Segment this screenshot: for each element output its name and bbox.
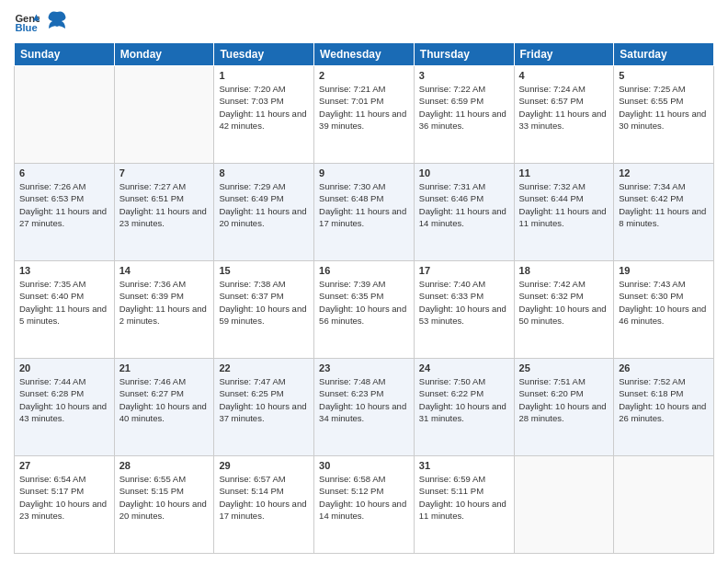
day-info: Sunrise: 7:29 AMSunset: 6:49 PMDaylight:… bbox=[219, 180, 309, 229]
day-number: 23 bbox=[319, 362, 409, 373]
calendar-cell: 21Sunrise: 7:46 AMSunset: 6:27 PMDayligh… bbox=[114, 359, 214, 456]
week-row-2: 6Sunrise: 7:26 AMSunset: 6:53 PMDaylight… bbox=[15, 164, 714, 261]
day-info: Sunrise: 7:34 AMSunset: 6:42 PMDaylight:… bbox=[619, 180, 709, 229]
day-info: Sunrise: 7:32 AMSunset: 6:44 PMDaylight:… bbox=[519, 180, 609, 229]
day-number: 1 bbox=[219, 70, 309, 81]
calendar-cell: 2Sunrise: 7:21 AMSunset: 7:01 PMDaylight… bbox=[314, 66, 415, 164]
calendar-cell: 11Sunrise: 7:32 AMSunset: 6:44 PMDayligh… bbox=[514, 164, 614, 261]
calendar-cell: 20Sunrise: 7:44 AMSunset: 6:28 PMDayligh… bbox=[15, 359, 115, 456]
calendar-cell: 4Sunrise: 7:24 AMSunset: 6:57 PMDaylight… bbox=[514, 66, 614, 164]
day-info: Sunrise: 7:52 AMSunset: 6:18 PMDaylight:… bbox=[619, 375, 709, 424]
day-number: 24 bbox=[419, 362, 509, 373]
weekday-header-row: SundayMondayTuesdayWednesdayThursdayFrid… bbox=[15, 43, 714, 66]
calendar-cell: 17Sunrise: 7:40 AMSunset: 6:33 PMDayligh… bbox=[414, 261, 514, 359]
day-number: 18 bbox=[519, 265, 609, 276]
day-info: Sunrise: 7:25 AMSunset: 6:55 PMDaylight:… bbox=[619, 83, 709, 132]
weekday-header-friday: Friday bbox=[514, 43, 614, 66]
day-number: 31 bbox=[419, 460, 509, 471]
day-number: 22 bbox=[219, 362, 309, 373]
week-row-1: 1Sunrise: 7:20 AMSunset: 7:03 PMDaylight… bbox=[15, 66, 714, 164]
calendar-cell: 14Sunrise: 7:36 AMSunset: 6:39 PMDayligh… bbox=[114, 261, 214, 359]
day-info: Sunrise: 7:46 AMSunset: 6:27 PMDaylight:… bbox=[119, 375, 210, 424]
calendar-cell: 31Sunrise: 6:59 AMSunset: 5:11 PMDayligh… bbox=[414, 456, 514, 554]
day-info: Sunrise: 6:59 AMSunset: 5:11 PMDaylight:… bbox=[419, 473, 509, 522]
day-number: 19 bbox=[619, 265, 709, 276]
weekday-header-saturday: Saturday bbox=[614, 43, 714, 66]
weekday-header-tuesday: Tuesday bbox=[214, 43, 314, 66]
day-info: Sunrise: 7:47 AMSunset: 6:25 PMDaylight:… bbox=[219, 375, 309, 424]
day-number: 14 bbox=[119, 265, 210, 276]
calendar-cell: 15Sunrise: 7:38 AMSunset: 6:37 PMDayligh… bbox=[214, 261, 314, 359]
day-info: Sunrise: 6:54 AMSunset: 5:17 PMDaylight:… bbox=[19, 473, 109, 522]
day-info: Sunrise: 7:51 AMSunset: 6:20 PMDaylight:… bbox=[519, 375, 609, 424]
calendar-cell: 23Sunrise: 7:48 AMSunset: 6:23 PMDayligh… bbox=[314, 359, 415, 456]
day-number: 2 bbox=[319, 70, 409, 81]
day-number: 11 bbox=[519, 167, 609, 178]
day-info: Sunrise: 7:48 AMSunset: 6:23 PMDaylight:… bbox=[319, 375, 409, 424]
calendar-cell: 28Sunrise: 6:55 AMSunset: 5:15 PMDayligh… bbox=[114, 456, 214, 554]
calendar-cell: 7Sunrise: 7:27 AMSunset: 6:51 PMDaylight… bbox=[114, 164, 214, 261]
day-info: Sunrise: 7:40 AMSunset: 6:33 PMDaylight:… bbox=[419, 278, 509, 327]
day-info: Sunrise: 7:22 AMSunset: 6:59 PMDaylight:… bbox=[419, 83, 509, 132]
calendar-table: SundayMondayTuesdayWednesdayThursdayFrid… bbox=[14, 42, 714, 554]
day-number: 3 bbox=[419, 70, 509, 81]
day-info: Sunrise: 7:44 AMSunset: 6:28 PMDaylight:… bbox=[19, 375, 109, 424]
calendar-cell: 26Sunrise: 7:52 AMSunset: 6:18 PMDayligh… bbox=[614, 359, 714, 456]
day-number: 30 bbox=[319, 460, 409, 471]
weekday-header-wednesday: Wednesday bbox=[314, 43, 415, 66]
day-number: 8 bbox=[219, 167, 309, 178]
day-info: Sunrise: 7:24 AMSunset: 6:57 PMDaylight:… bbox=[519, 83, 609, 132]
day-info: Sunrise: 7:26 AMSunset: 6:53 PMDaylight:… bbox=[19, 180, 109, 229]
day-info: Sunrise: 7:27 AMSunset: 6:51 PMDaylight:… bbox=[119, 180, 210, 229]
day-info: Sunrise: 6:57 AMSunset: 5:14 PMDaylight:… bbox=[219, 473, 309, 522]
day-number: 4 bbox=[519, 70, 609, 81]
day-number: 29 bbox=[219, 460, 309, 471]
day-number: 10 bbox=[419, 167, 509, 178]
day-number: 26 bbox=[619, 362, 709, 373]
header: General Blue bbox=[14, 9, 714, 35]
calendar-cell: 16Sunrise: 7:39 AMSunset: 6:35 PMDayligh… bbox=[314, 261, 415, 359]
calendar-cell: 25Sunrise: 7:51 AMSunset: 6:20 PMDayligh… bbox=[514, 359, 614, 456]
calendar-cell: 27Sunrise: 6:54 AMSunset: 5:17 PMDayligh… bbox=[15, 456, 115, 554]
week-row-3: 13Sunrise: 7:35 AMSunset: 6:40 PMDayligh… bbox=[15, 261, 714, 359]
calendar-cell bbox=[15, 66, 115, 164]
calendar-cell: 5Sunrise: 7:25 AMSunset: 6:55 PMDaylight… bbox=[614, 66, 714, 164]
calendar-cell: 24Sunrise: 7:50 AMSunset: 6:22 PMDayligh… bbox=[414, 359, 514, 456]
calendar-cell: 12Sunrise: 7:34 AMSunset: 6:42 PMDayligh… bbox=[614, 164, 714, 261]
day-info: Sunrise: 7:38 AMSunset: 6:37 PMDaylight:… bbox=[219, 278, 309, 327]
day-number: 9 bbox=[319, 167, 409, 178]
day-info: Sunrise: 7:31 AMSunset: 6:46 PMDaylight:… bbox=[419, 180, 509, 229]
calendar-cell: 8Sunrise: 7:29 AMSunset: 6:49 PMDaylight… bbox=[214, 164, 314, 261]
logo: General Blue bbox=[14, 9, 67, 35]
calendar-cell: 13Sunrise: 7:35 AMSunset: 6:40 PMDayligh… bbox=[15, 261, 115, 359]
day-number: 20 bbox=[19, 362, 109, 373]
svg-text:Blue: Blue bbox=[15, 22, 37, 33]
day-number: 28 bbox=[119, 460, 210, 471]
day-number: 13 bbox=[19, 265, 109, 276]
day-info: Sunrise: 7:21 AMSunset: 7:01 PMDaylight:… bbox=[319, 83, 409, 132]
logo-bird-icon bbox=[47, 10, 67, 34]
page: General Blue SundayMondayTuesdayWednesda… bbox=[0, 0, 728, 563]
day-number: 17 bbox=[419, 265, 509, 276]
calendar-cell: 3Sunrise: 7:22 AMSunset: 6:59 PMDaylight… bbox=[414, 66, 514, 164]
calendar-cell: 18Sunrise: 7:42 AMSunset: 6:32 PMDayligh… bbox=[514, 261, 614, 359]
calendar-cell: 6Sunrise: 7:26 AMSunset: 6:53 PMDaylight… bbox=[15, 164, 115, 261]
day-number: 27 bbox=[19, 460, 109, 471]
day-info: Sunrise: 6:55 AMSunset: 5:15 PMDaylight:… bbox=[119, 473, 210, 522]
calendar-cell: 22Sunrise: 7:47 AMSunset: 6:25 PMDayligh… bbox=[214, 359, 314, 456]
calendar-cell: 1Sunrise: 7:20 AMSunset: 7:03 PMDaylight… bbox=[214, 66, 314, 164]
day-number: 25 bbox=[519, 362, 609, 373]
day-number: 6 bbox=[19, 167, 109, 178]
day-number: 15 bbox=[219, 265, 309, 276]
day-info: Sunrise: 7:30 AMSunset: 6:48 PMDaylight:… bbox=[319, 180, 409, 229]
calendar-cell: 10Sunrise: 7:31 AMSunset: 6:46 PMDayligh… bbox=[414, 164, 514, 261]
day-number: 7 bbox=[119, 167, 210, 178]
day-number: 21 bbox=[119, 362, 210, 373]
weekday-header-monday: Monday bbox=[114, 43, 214, 66]
day-number: 16 bbox=[319, 265, 409, 276]
weekday-header-sunday: Sunday bbox=[15, 43, 115, 66]
calendar-cell bbox=[614, 456, 714, 554]
week-row-5: 27Sunrise: 6:54 AMSunset: 5:17 PMDayligh… bbox=[15, 456, 714, 554]
week-row-4: 20Sunrise: 7:44 AMSunset: 6:28 PMDayligh… bbox=[15, 359, 714, 456]
calendar-cell: 30Sunrise: 6:58 AMSunset: 5:12 PMDayligh… bbox=[314, 456, 415, 554]
